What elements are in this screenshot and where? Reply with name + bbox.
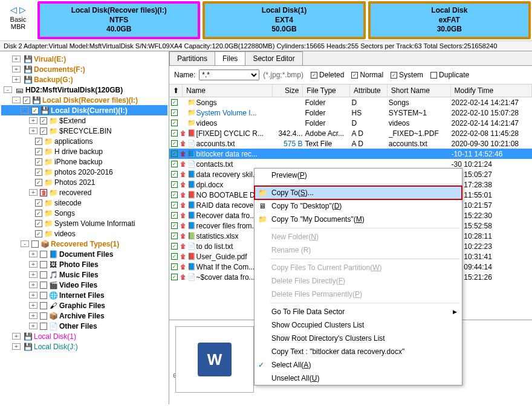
tree-node[interactable]: -✓💾Local Disk(Current)(I:) xyxy=(1,105,167,115)
expand-icon[interactable]: + xyxy=(29,117,37,124)
row-checkbox[interactable]: ✓ xyxy=(171,120,178,126)
tree-node[interactable]: ✓📁H drive backup xyxy=(1,146,167,156)
checkbox[interactable]: ✓ xyxy=(35,199,42,207)
col-attr[interactable]: Attribute xyxy=(350,85,388,97)
menu-item[interactable]: ✓Select All(A) xyxy=(255,358,462,372)
legend-system[interactable]: ✓System xyxy=(391,71,423,79)
tree-node[interactable]: +💾Local Disk(1) xyxy=(1,331,167,341)
row-checkbox[interactable]: ✓ xyxy=(171,263,178,270)
tree-node[interactable]: ✓📁Songs xyxy=(1,208,167,218)
row-checkbox[interactable]: ✓ xyxy=(171,212,178,219)
name-pattern-select[interactable]: *.* xyxy=(199,69,259,80)
checkbox[interactable]: ✓ xyxy=(35,220,42,227)
checkbox[interactable] xyxy=(40,302,47,309)
checkbox[interactable]: ✓ xyxy=(40,127,47,135)
checkbox[interactable] xyxy=(40,323,47,330)
tree-node[interactable]: ✓📁videos xyxy=(1,228,167,239)
tree-node[interactable]: +🖼Photo Files xyxy=(1,259,167,269)
expand-icon[interactable]: + xyxy=(12,333,21,340)
col-type[interactable]: File Type xyxy=(303,85,350,97)
expand-icon[interactable]: + xyxy=(29,312,37,319)
tree-node[interactable]: +📦Archive Files xyxy=(1,311,167,321)
tree-panel[interactable]: +💾Virual(E:)+💾Documents(F:)+💾Backup(G:)-… xyxy=(0,51,169,404)
nav-arrows[interactable]: ◁ ▷ xyxy=(4,5,33,14)
checkbox[interactable]: ✓ xyxy=(35,138,42,145)
file-row[interactable]: ✓📁SongsFolderDSongs2022-02-14 14:21:47 xyxy=(169,97,532,108)
col-name[interactable]: Name xyxy=(183,85,273,97)
menu-item[interactable]: 📁Copy To(S)... xyxy=(255,186,462,199)
checkbox[interactable] xyxy=(40,271,47,279)
expand-icon[interactable]: + xyxy=(12,343,21,350)
file-row[interactable]: ✓🗑📕[FIXED] CYCLIC R...342.4...Adobe Acr.… xyxy=(169,128,532,138)
tree-node[interactable]: ✓📁applications xyxy=(1,136,167,146)
tree-node[interactable]: ✓📁photos 2020-2016 xyxy=(1,167,167,177)
expand-icon[interactable]: + xyxy=(29,189,37,196)
checkbox[interactable] xyxy=(31,240,39,248)
col-short[interactable]: Short Name xyxy=(388,85,451,97)
expand-icon[interactable]: + xyxy=(29,251,37,257)
checkbox[interactable]: 🗑 xyxy=(40,189,47,196)
tab-sector-editor[interactable]: Sector Editor xyxy=(245,51,302,65)
tree-node[interactable]: +💾Backup(G:) xyxy=(1,74,167,85)
checkbox[interactable]: ✓ xyxy=(35,169,42,176)
tree-node[interactable]: +🗑📁recovered xyxy=(1,187,167,198)
expand-icon[interactable]: - xyxy=(4,86,12,93)
checkbox[interactable]: ✓ xyxy=(40,117,47,124)
tab-partitions[interactable]: Partitions xyxy=(169,51,215,65)
menu-item[interactable]: 📁Copy To "My Documents"(M) xyxy=(255,213,462,226)
row-checkbox[interactable]: ✓ xyxy=(171,233,178,239)
tree-node[interactable]: -📦Recovered Types(1) xyxy=(1,239,167,249)
tree-node[interactable]: +✓📁$Extend xyxy=(1,115,167,126)
row-checkbox[interactable]: ✓ xyxy=(171,202,178,208)
file-row[interactable]: ✓🗑📄accounts.txt575 BText FileA Daccounts… xyxy=(169,138,532,149)
row-checkbox[interactable]: ✓ xyxy=(171,150,178,157)
tree-node[interactable]: +💾Local Disk(J:) xyxy=(1,341,167,352)
tree-node[interactable]: +💾Documents(F:) xyxy=(1,64,167,74)
row-checkbox[interactable]: ✓ xyxy=(171,181,178,188)
expand-icon[interactable]: + xyxy=(12,76,21,83)
checkbox[interactable] xyxy=(40,282,47,289)
row-checkbox[interactable]: ✓ xyxy=(171,253,178,260)
tree-node[interactable]: +🎬Video Files xyxy=(1,280,167,290)
tree-node[interactable]: +💾Virual(E:) xyxy=(1,54,167,64)
tree-node[interactable]: +📄Other Files xyxy=(1,321,167,331)
checkbox[interactable]: ✓ xyxy=(35,148,42,155)
expand-icon[interactable]: + xyxy=(29,302,37,309)
tree-node[interactable]: +🌐Internet Files xyxy=(1,290,167,300)
row-checkbox[interactable]: ✓ xyxy=(171,222,178,229)
menu-item[interactable]: Preview(P) xyxy=(255,169,462,182)
expand-icon[interactable]: - xyxy=(21,107,29,114)
file-row[interactable]: ✓📁videosFolderDvideos2022-02-14 14:21:47 xyxy=(169,118,532,128)
menu-item[interactable]: 🖥Copy To "Desktop"(D) xyxy=(255,199,462,213)
expand-icon[interactable]: + xyxy=(29,261,37,268)
tree-node[interactable]: +✓📁$RECYCLE.BIN xyxy=(1,126,167,136)
checkbox[interactable]: ✓ xyxy=(23,97,30,104)
row-checkbox[interactable]: ✓ xyxy=(171,99,178,106)
menu-item[interactable]: Show Root Directory's Clusters List xyxy=(255,332,462,345)
legend-deleted[interactable]: ✓Deleted xyxy=(311,71,344,79)
checkbox[interactable]: ✓ xyxy=(35,158,42,166)
expand-icon[interactable]: + xyxy=(29,282,37,288)
checkbox[interactable]: ✓ xyxy=(31,107,39,114)
menu-item[interactable]: Copy Text : "bitlocker data recovery.doc… xyxy=(255,345,462,358)
tree-node[interactable]: -✓💾Local Disk(Recover files)(I:) xyxy=(1,95,167,105)
file-row[interactable]: ✓📁System Volume I...FolderHSSYSTEM~12022… xyxy=(169,108,532,118)
checkbox[interactable] xyxy=(40,292,47,299)
checkbox[interactable]: ✓ xyxy=(35,210,42,217)
expand-icon[interactable]: + xyxy=(12,56,21,62)
row-checkbox[interactable]: ✓ xyxy=(171,161,178,167)
expand-icon[interactable]: + xyxy=(12,66,21,72)
tree-node[interactable]: ✓📁Photos 2021 xyxy=(1,177,167,187)
file-row[interactable]: ✓🗑📘bitlocker data rec...-10-11 14:52:46 xyxy=(169,149,532,159)
row-checkbox[interactable]: ✓ xyxy=(171,274,178,280)
tree-node[interactable]: -🖴HD2:MsftVirtualDisk(120GB) xyxy=(1,85,167,95)
checkbox[interactable] xyxy=(40,312,47,320)
tree-node[interactable]: ✓📁iPhone backup xyxy=(1,156,167,167)
menu-item[interactable]: Show Occupied Clusters List xyxy=(255,318,462,332)
disk-block-2[interactable]: Local DiskexFAT30.0GB xyxy=(368,1,531,39)
checkbox[interactable]: ✓ xyxy=(35,179,42,186)
checkbox[interactable] xyxy=(40,251,47,258)
expand-icon[interactable]: + xyxy=(29,271,37,278)
row-checkbox[interactable]: ✓ xyxy=(171,243,178,250)
legend-normal[interactable]: ✓Normal xyxy=(351,71,383,79)
